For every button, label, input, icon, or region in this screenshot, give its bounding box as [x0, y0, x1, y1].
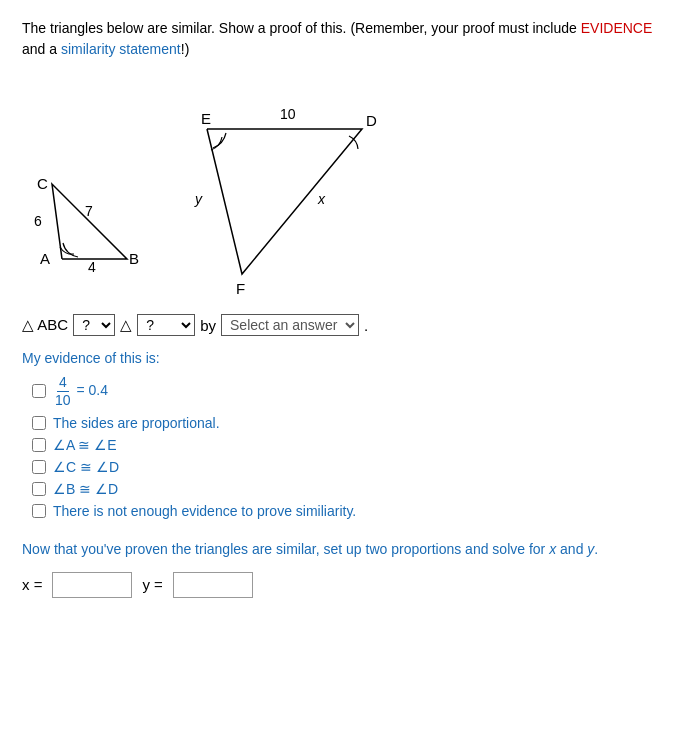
evidence-item-angle-c-d: ∠C ≅ ∠D	[32, 459, 674, 475]
vertex-b-label: B	[129, 250, 139, 267]
evidence-list: 4 10 = 0.4 The sides are proportional. ∠…	[22, 374, 674, 519]
vertex-e-label: E	[201, 110, 211, 127]
side-4-label: 4	[88, 259, 96, 275]
side-10-label: 10	[280, 106, 296, 122]
y-equals-label: y =	[142, 576, 162, 593]
vertex-a-label: A	[40, 250, 50, 267]
evidence-section-label: My evidence of this is:	[22, 350, 674, 366]
x-equals-label: x =	[22, 576, 42, 593]
triangle2-dropdown[interactable]: ? EFD DEF FDE FED EDF	[137, 314, 195, 336]
evidence-text-angle-ae: ∠A ≅ ∠E	[53, 437, 117, 453]
evidence-item-not-enough: There is not enough evidence to prove si…	[32, 503, 674, 519]
intro-text: The triangles below are similar. Show a …	[22, 18, 662, 60]
side-x-label: x	[317, 191, 326, 207]
x-input[interactable]	[52, 572, 132, 598]
side-7-label: 7	[85, 203, 93, 219]
by-label: by	[200, 317, 216, 334]
fraction-display: 4 10 = 0.4	[53, 374, 108, 409]
evidence-item-proportional: The sides are proportional.	[32, 415, 674, 431]
period: .	[364, 317, 368, 334]
side-6-label: 6	[34, 213, 42, 229]
similarity-statement-row: △ ABC ? ~ ≅ △ ? EFD DEF FDE FED EDF by S…	[22, 314, 674, 336]
evidence-checkbox-4[interactable]	[32, 460, 46, 474]
vertex-f-label: F	[236, 280, 245, 297]
side-y-label: y	[194, 191, 203, 207]
evidence-checkbox-5[interactable]	[32, 482, 46, 496]
fraction-denominator: 10	[53, 392, 73, 409]
evidence-checkbox-3[interactable]	[32, 438, 46, 452]
similarity-keyword: similarity statement	[61, 41, 181, 57]
equals-04: = 0.4	[76, 382, 108, 398]
triangles-svg: C A B 6 7 4 E D F 10 y x	[32, 74, 432, 304]
question-dropdown-1[interactable]: ? ~ ≅	[73, 314, 115, 336]
evidence-keyword: EVIDENCE	[581, 20, 653, 36]
vertex-d-label: D	[366, 112, 377, 129]
evidence-text-not-enough: There is not enough evidence to prove si…	[53, 503, 356, 519]
evidence-text-proportional: The sides are proportional.	[53, 415, 220, 431]
triangle-abc-label: △ ABC	[22, 316, 68, 334]
solve-inputs-row: x = y =	[22, 572, 674, 598]
evidence-checkbox-1[interactable]	[32, 384, 46, 398]
select-answer-dropdown[interactable]: Select an answer AA SSS~ SAS~	[221, 314, 359, 336]
evidence-text-angle-cd: ∠C ≅ ∠D	[53, 459, 119, 475]
fraction-4-10: 4 10	[53, 374, 73, 409]
evidence-item-angle-b-d: ∠B ≅ ∠D	[32, 481, 674, 497]
evidence-text-angle-bd: ∠B ≅ ∠D	[53, 481, 118, 497]
solve-instruction-text: Now that you've proven the triangles are…	[22, 539, 662, 560]
evidence-checkbox-2[interactable]	[32, 416, 46, 430]
evidence-item-angle-a-e: ∠A ≅ ∠E	[32, 437, 674, 453]
y-input[interactable]	[173, 572, 253, 598]
fraction-numerator: 4	[57, 374, 69, 392]
evidence-checkbox-6[interactable]	[32, 504, 46, 518]
evidence-item-fraction: 4 10 = 0.4	[32, 374, 674, 409]
triangle-symbol: △	[120, 316, 132, 334]
vertex-c-label: C	[37, 175, 48, 192]
diagram-area: C A B 6 7 4 E D F 10 y x	[32, 74, 432, 304]
